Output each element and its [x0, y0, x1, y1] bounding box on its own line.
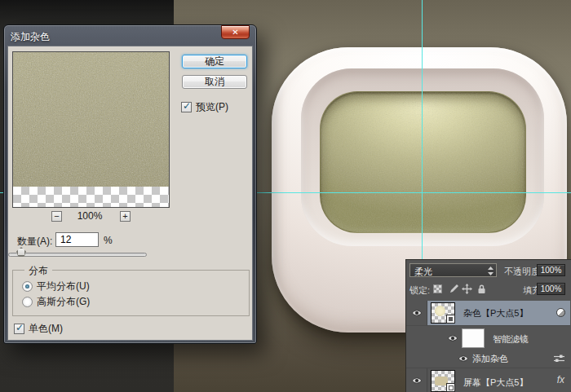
smart-object-badge	[446, 315, 455, 324]
amount-label: 数量(A):	[17, 235, 52, 249]
add-noise-dialog: 添加杂色 ✕ − 100% + 数量(A): % 分布 平均分布(U)	[3, 24, 257, 344]
close-icon[interactable]: ✕	[221, 25, 250, 39]
amount-slider-track[interactable]	[8, 253, 147, 257]
eye-icon[interactable]	[458, 355, 469, 364]
monochromatic-checkbox[interactable]: ✓	[14, 324, 24, 334]
layer-name[interactable]: 智能滤镜	[493, 333, 529, 346]
preview-checkbox-label[interactable]: 预览(P)	[196, 100, 228, 114]
blend-mode-dropdown[interactable]: 柔光	[409, 263, 497, 277]
transparency-checkerboard	[13, 187, 169, 208]
check-icon: ✓	[15, 322, 24, 333]
lock-paint-brush-icon[interactable]	[448, 284, 458, 294]
chevron-updown-icon	[488, 266, 494, 275]
zoom-out-button[interactable]: −	[51, 211, 62, 222]
blend-mode-value: 柔光	[414, 266, 432, 276]
dialog-body: − 100% + 数量(A): % 分布 平均分布(U) 高斯分布(G)	[7, 46, 253, 341]
layer-name[interactable]: 屏幕【P大点5】	[463, 377, 528, 389]
filter-blending-options-icon[interactable]	[553, 355, 565, 363]
eye-icon[interactable]	[447, 334, 458, 344]
lock-transparency-icon[interactable]	[433, 284, 442, 293]
eye-icon[interactable]	[411, 377, 423, 386]
layer-row-smart-filters[interactable]: 智能滤镜	[406, 325, 570, 350]
vector-mask-badge	[446, 383, 455, 392]
eye-icon[interactable]	[411, 309, 423, 319]
uniform-radio-label[interactable]: 平均分布(U)	[37, 280, 90, 293]
layers-panel: 柔光 不透明度: 100% 锁定: 填充: 100%	[405, 259, 571, 392]
layer-row-screen[interactable]: 屏幕【P大点5】 fx	[406, 368, 570, 392]
ok-button[interactable]: 确定	[182, 55, 247, 68]
gaussian-radio[interactable]	[22, 297, 33, 307]
lock-move-icon[interactable]	[462, 284, 472, 294]
preview-checkbox[interactable]: ✓	[181, 102, 192, 112]
noise-preview-texture	[13, 52, 169, 187]
zoom-in-button[interactable]: +	[120, 211, 131, 222]
filter-mask-thumbnail[interactable]	[462, 328, 485, 348]
zoom-level: 100%	[69, 210, 110, 222]
layer-row-add-noise[interactable]: 添加杂色	[406, 350, 570, 368]
monochromatic-label[interactable]: 单色(M)	[29, 322, 63, 336]
smart-filter-indicator-icon[interactable]	[556, 308, 565, 317]
layer-row-noise[interactable]: 杂色【P大点5】	[406, 301, 570, 325]
layer-effects-fx-icon[interactable]: fx	[557, 374, 564, 385]
distribution-group: 分布 平均分布(U) 高斯分布(G)	[12, 270, 250, 316]
icon-screen	[320, 91, 526, 233]
layer-name[interactable]: 杂色【P大点5】	[463, 307, 528, 319]
uniform-radio[interactable]	[22, 281, 33, 292]
amount-input[interactable]	[55, 232, 99, 247]
lock-all-icon[interactable]	[476, 284, 487, 294]
amount-unit: %	[104, 235, 113, 246]
gaussian-radio-label[interactable]: 高斯分布(G)	[37, 295, 90, 309]
screen-noise-texture	[321, 92, 525, 232]
photoshop-workspace: 添加杂色 ✕ − 100% + 数量(A): % 分布 平均分布(U)	[0, 0, 571, 392]
layer-thumbnail[interactable]	[431, 370, 455, 392]
fill-value[interactable]: 100%	[537, 283, 565, 295]
check-icon: ✓	[183, 100, 191, 112]
dialog-title[interactable]: 添加杂色	[11, 30, 50, 44]
layer-thumbnail[interactable]	[431, 302, 455, 324]
opacity-value[interactable]: 100%	[537, 264, 565, 276]
noise-preview-box[interactable]	[12, 51, 170, 208]
distribution-legend: 分布	[24, 264, 52, 278]
cancel-button[interactable]: 取消	[182, 75, 247, 89]
filter-name[interactable]: 添加杂色	[472, 353, 508, 365]
lock-label: 锁定:	[409, 284, 430, 297]
